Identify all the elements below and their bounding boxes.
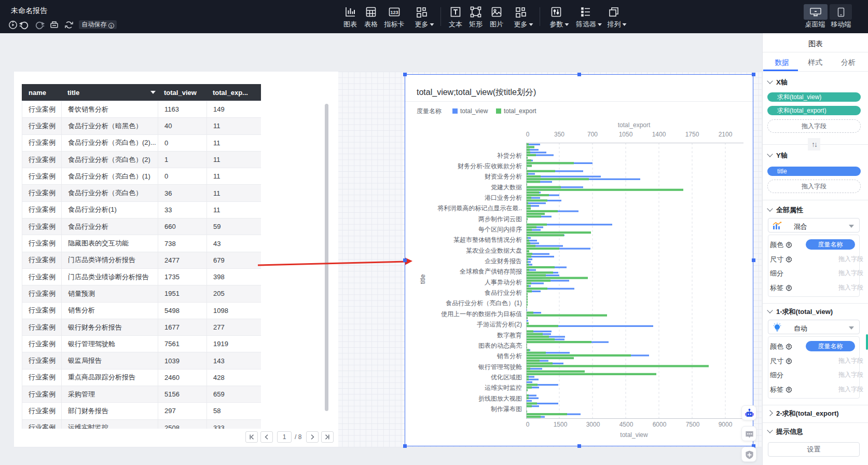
svg-text:1400: 1400 [652, 131, 666, 138]
svg-text:制作瀑布图: 制作瀑布图 [491, 405, 522, 413]
svg-text:补货分析: 补货分析 [497, 152, 522, 159]
svg-text:食品行业分析: 食品行业分析 [485, 289, 522, 296]
svg-text:0: 0 [526, 421, 530, 428]
svg-text:度量名称: 度量名称 [417, 107, 442, 115]
svg-text:某超市整体销售情况分析: 某超市整体销售情况分析 [453, 236, 522, 243]
svg-text:total_export: total_export [504, 107, 536, 115]
svg-text:将利润最高的标记点显示在最..: 将利润最高的标记点显示在最.. [437, 204, 522, 212]
svg-text:2100: 2100 [719, 131, 733, 138]
svg-text:企业财务报告: 企业财务报告 [485, 257, 522, 265]
svg-text:1750: 1750 [685, 131, 699, 138]
svg-text:财资业务分析: 财资业务分析 [485, 173, 522, 180]
svg-text:银行管理驾驶舱: 银行管理驾驶舱 [478, 363, 522, 371]
svg-text:每个区间内排序: 每个区间内排序 [478, 226, 522, 233]
svg-text:3000: 3000 [586, 421, 600, 428]
svg-text:两步制作词云图: 两步制作词云图 [478, 215, 522, 223]
svg-text:优化区域图: 优化区域图 [491, 374, 522, 381]
svg-text:6000: 6000 [653, 421, 667, 428]
svg-text:1500: 1500 [554, 421, 568, 428]
svg-text:350: 350 [554, 131, 564, 138]
svg-text:4500: 4500 [619, 421, 633, 428]
svg-text:数字教育: 数字教育 [497, 332, 522, 339]
svg-text:7500: 7500 [686, 421, 700, 428]
svg-text:total_view: total_view [620, 431, 648, 439]
svg-text:9000: 9000 [719, 421, 733, 428]
svg-text:total_export: total_export [618, 121, 651, 129]
svg-text:党建大数据: 党建大数据 [491, 184, 522, 191]
svg-text:财务分析-应收账款分析: 财务分析-应收账款分析 [458, 162, 522, 170]
svg-text:食品行业分析（亮白色）(1): 食品行业分析（亮白色）(1) [446, 299, 522, 307]
svg-text:使用上一年的数据作为目标值: 使用上一年的数据作为目标值 [441, 310, 522, 318]
svg-text:销售分析: 销售分析 [497, 352, 522, 360]
svg-text:港口业务分析: 港口业务分析 [485, 194, 522, 201]
svg-text:total_view: total_view [460, 107, 488, 115]
svg-text:1050: 1050 [619, 131, 633, 138]
svg-text:123: 123 [390, 10, 398, 15]
svg-text:折线图放大视图: 折线图放大视图 [478, 395, 522, 402]
svg-text:700: 700 [587, 131, 598, 138]
svg-text:运维实时监控: 运维实时监控 [485, 384, 522, 391]
svg-text:手游运营分析(2): 手游运营分析(2) [477, 321, 522, 328]
svg-text:title: title [419, 274, 426, 284]
svg-text:人事异动分析: 人事异动分析 [485, 279, 522, 286]
svg-text:全球粮食产供销存简报: 全球粮食产供销存简报 [460, 268, 522, 275]
svg-text:某农业企业数据大盘: 某农业企业数据大盘 [466, 247, 522, 254]
svg-text:图表的动态高亮: 图表的动态高亮 [478, 342, 522, 349]
svg-text:0: 0 [526, 131, 530, 138]
svg-text:total_view;total_view(按title划分: total_view;total_view(按title划分) [417, 88, 536, 97]
